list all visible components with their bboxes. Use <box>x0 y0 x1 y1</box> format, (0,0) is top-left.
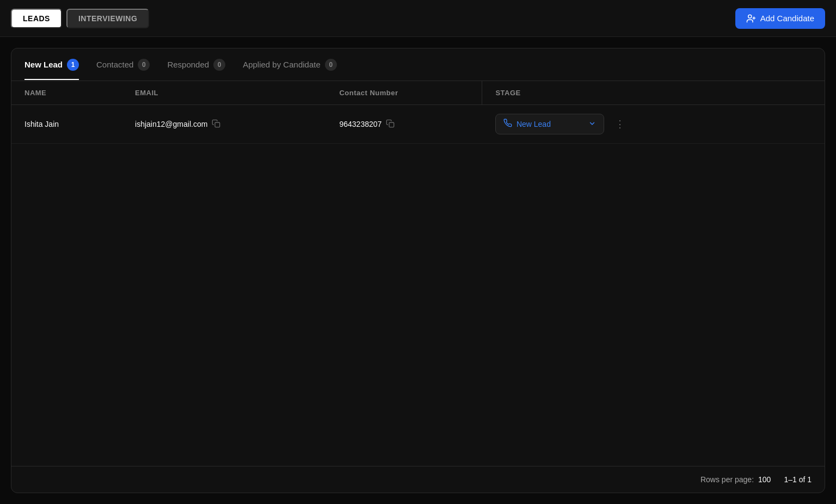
nav-tab-leads[interactable]: LEADS <box>11 9 62 28</box>
main-content: New Lead 1 Contacted 0 Responded 0 Appli… <box>0 37 836 504</box>
content-card: New Lead 1 Contacted 0 Responded 0 Appli… <box>11 48 825 493</box>
sub-tab-navigation: New Lead 1 Contacted 0 Responded 0 Appli… <box>11 48 825 81</box>
nav-tab-interviewing[interactable]: INTERVIEWING <box>66 9 149 28</box>
top-navigation: LEADS INTERVIEWING Add Candidate <box>0 0 836 37</box>
stage-label: New Lead <box>517 120 551 128</box>
column-header-email: EMAIL <box>122 81 326 105</box>
applied-badge: 0 <box>325 59 337 71</box>
table-header-row: NAME EMAIL Contact Number STAGE <box>11 81 825 105</box>
stage-dropdown[interactable]: New Lead <box>495 114 604 134</box>
phone-icon <box>503 119 512 130</box>
cell-contact: 9643238207 <box>326 105 482 144</box>
responded-badge: 0 <box>213 59 225 71</box>
svg-point-0 <box>748 15 752 18</box>
sub-tab-contacted[interactable]: Contacted 0 <box>96 50 150 79</box>
table-footer: Rows per page: 100 1–1 of 1 <box>11 466 825 493</box>
table-container: NAME EMAIL Contact Number STAGE Ishita J… <box>11 81 825 466</box>
copy-email-icon[interactable] <box>212 119 220 130</box>
rows-per-page-value: 100 <box>758 475 771 484</box>
copy-phone-icon[interactable] <box>386 119 395 130</box>
column-header-name: NAME <box>11 81 122 105</box>
cell-email: ishjain12@gmail.com <box>122 105 326 144</box>
sub-tab-new-lead[interactable]: New Lead 1 <box>24 50 79 79</box>
pagination-info: 1–1 of 1 <box>784 475 812 484</box>
sub-tab-applied-by-candidate[interactable]: Applied by Candidate 0 <box>243 50 337 79</box>
new-lead-badge: 1 <box>67 59 79 71</box>
add-candidate-button[interactable]: Add Candidate <box>735 8 825 29</box>
main-nav-tabs: LEADS INTERVIEWING <box>11 9 149 28</box>
column-header-stage: STAGE <box>482 81 777 105</box>
column-header-contact: Contact Number <box>326 81 482 105</box>
chevron-down-icon <box>588 120 596 129</box>
cell-stage: New Lead ⋮ <box>482 105 777 144</box>
leads-table: NAME EMAIL Contact Number STAGE Ishita J… <box>11 81 825 144</box>
svg-rect-4 <box>389 122 394 127</box>
contacted-badge: 0 <box>138 59 150 71</box>
cell-name: Ishita Jain <box>11 105 122 144</box>
table-row: Ishita Jain ishjain12@gmail.com <box>11 105 825 144</box>
more-options-button[interactable]: ⋮ <box>611 116 630 132</box>
svg-rect-3 <box>215 122 220 127</box>
column-header-actions <box>777 81 825 105</box>
sub-tab-responded[interactable]: Responded 0 <box>167 50 225 79</box>
user-plus-icon <box>746 14 756 23</box>
rows-per-page-section: Rows per page: 100 <box>700 475 771 484</box>
